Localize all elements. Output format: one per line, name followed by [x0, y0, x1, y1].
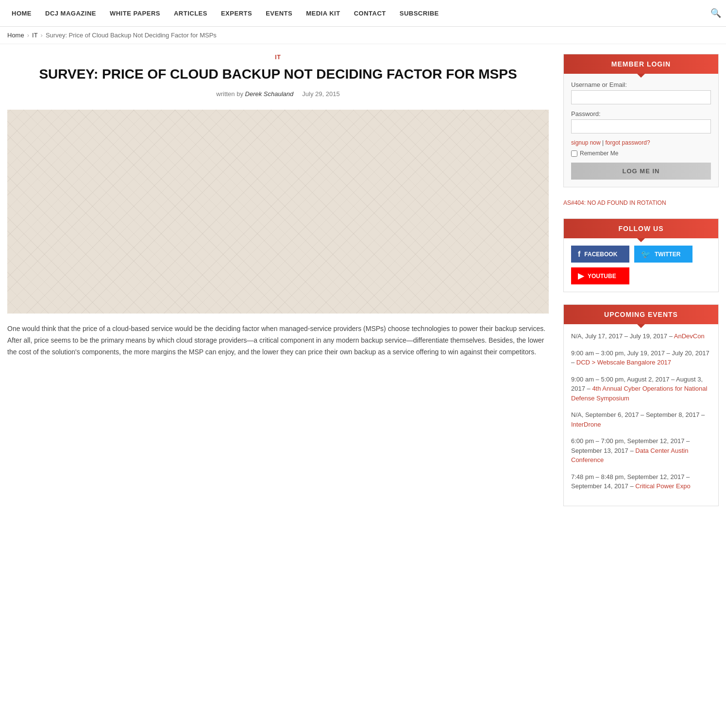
youtube-icon: ▶: [578, 271, 584, 281]
main-navigation: HOMEDCJ MAGAZINEWHITE PAPERSARTICLESEXPE…: [0, 0, 726, 27]
event-item: N/A, July 17, 2017 – July 19, 2017 – AnD…: [571, 331, 711, 341]
nav-item-experts[interactable]: EXPERTS: [214, 10, 259, 17]
event-time: N/A, July 17, 2017 – July 19, 2017 –: [571, 332, 674, 340]
article-image: [7, 110, 549, 314]
breadcrumb-sep-1: ›: [27, 32, 29, 39]
social-btn-twitter[interactable]: 🐦TWITTER: [634, 246, 692, 263]
breadcrumb-current: Survey: Price of Cloud Backup Not Decidi…: [46, 32, 217, 39]
nav-item-home[interactable]: HOME: [5, 10, 38, 17]
password-label: Password:: [571, 110, 711, 117]
form-links: signup now | forgot password?: [571, 139, 711, 146]
nav-item-subscribe[interactable]: SUBSCRIBE: [393, 10, 446, 17]
password-group: Password:: [571, 110, 711, 133]
event-link[interactable]: AnDevCon: [674, 332, 705, 340]
nav-item-media-kit[interactable]: MEDIA KIT: [299, 10, 347, 17]
meta-dash: [295, 90, 302, 98]
upcoming-events-header: UPCOMING EVENTS: [564, 305, 718, 324]
youtube-label: YOUTUBE: [588, 273, 616, 280]
remember-me-group: Remember Me: [571, 150, 711, 157]
article-date: July 29, 2015: [302, 90, 339, 98]
article-paragraph: One would think that the price of a clou…: [7, 323, 549, 358]
follow-us-body: fFACEBOOK🐦TWITTER▶YOUTUBE: [564, 238, 718, 292]
upcoming-events-box: UPCOMING EVENTS N/A, July 17, 2017 – Jul…: [563, 304, 719, 506]
social-btn-facebook[interactable]: fFACEBOOK: [571, 246, 629, 263]
member-login-header: MEMBER LOGIN: [564, 54, 718, 74]
event-link[interactable]: Critical Power Expo: [635, 482, 690, 490]
username-label: Username or Email:: [571, 81, 711, 88]
member-login-title: MEMBER LOGIN: [611, 60, 671, 68]
article-meta: written by Derek Schauland July 29, 2015: [7, 90, 549, 98]
search-icon[interactable]: 🔍: [710, 8, 721, 18]
sidebar: MEMBER LOGIN Username or Email: Password…: [563, 54, 719, 518]
breadcrumb: Home › IT › Survey: Price of Cloud Backu…: [0, 27, 726, 44]
article-category[interactable]: IT: [7, 54, 549, 61]
breadcrumb-home[interactable]: Home: [7, 32, 24, 39]
member-login-box: MEMBER LOGIN Username or Email: Password…: [563, 54, 719, 187]
ad-placeholder[interactable]: AS#404: NO AD FOUND IN ROTATION: [563, 199, 719, 206]
follow-us-box: FOLLOW US fFACEBOOK🐦TWITTER▶YOUTUBE: [563, 218, 719, 292]
upcoming-events-title: UPCOMING EVENTS: [604, 311, 678, 318]
nav-links: HOMEDCJ MAGAZINEWHITE PAPERSARTICLESEXPE…: [5, 10, 446, 17]
event-time: N/A, September 6, 2017 – September 8, 20…: [571, 411, 705, 418]
event-item: 9:00 am – 5:00 pm, August 2, 2017 – Augu…: [571, 375, 711, 403]
social-buttons: fFACEBOOK🐦TWITTER▶YOUTUBE: [571, 246, 711, 284]
nav-item-dcj-magazine[interactable]: DCJ MAGAZINE: [38, 10, 103, 17]
remember-me-label: Remember Me: [580, 150, 618, 157]
article-body: One would think that the price of a clou…: [7, 323, 549, 358]
twitter-label: TWITTER: [655, 251, 680, 258]
follow-us-header: FOLLOW US: [564, 219, 718, 238]
follow-us-title: FOLLOW US: [619, 225, 664, 232]
breadcrumb-it[interactable]: IT: [32, 32, 38, 39]
member-login-body: Username or Email: Password: signup now …: [564, 74, 718, 187]
nav-item-events[interactable]: EVENTS: [259, 10, 299, 17]
password-input[interactable]: [571, 119, 711, 133]
username-input[interactable]: [571, 90, 711, 104]
nav-item-white-papers[interactable]: WHITE PAPERS: [103, 10, 167, 17]
forgot-password-link[interactable]: forgot password?: [606, 139, 650, 146]
login-button[interactable]: LOG ME IN: [571, 163, 711, 180]
facebook-label: FACEBOOK: [584, 251, 617, 258]
facebook-icon: f: [578, 250, 580, 259]
event-link[interactable]: InterDrone: [571, 421, 601, 428]
event-item: 9:00 am – 3:00 pm, July 19, 2017 – July …: [571, 348, 711, 367]
event-item: 7:48 pm – 8:48 pm, September 12, 2017 – …: [571, 472, 711, 491]
event-item: 6:00 pm – 7:00 pm, September 12, 2017 – …: [571, 436, 711, 465]
social-btn-youtube[interactable]: ▶YOUTUBE: [571, 267, 629, 284]
page-layout: IT SURVEY: PRICE OF CLOUD BACKUP NOT DEC…: [0, 44, 726, 528]
event-link[interactable]: DCD > Webscale Bangalore 2017: [576, 359, 671, 366]
article-author[interactable]: Derek Schauland: [245, 90, 294, 98]
event-link[interactable]: 4th Annual Cyber Operations for National…: [571, 385, 707, 402]
twitter-icon: 🐦: [641, 249, 651, 259]
username-group: Username or Email:: [571, 81, 711, 104]
meta-prefix: written by: [216, 90, 243, 98]
upcoming-events-body: N/A, July 17, 2017 – July 19, 2017 – AnD…: [564, 324, 718, 506]
main-content: IT SURVEY: PRICE OF CLOUD BACKUP NOT DEC…: [7, 54, 549, 518]
remember-me-checkbox[interactable]: [571, 150, 577, 157]
breadcrumb-sep-2: ›: [41, 32, 43, 39]
article-title: SURVEY: PRICE OF CLOUD BACKUP NOT DECIDI…: [7, 66, 549, 83]
event-item: N/A, September 6, 2017 – September 8, 20…: [571, 410, 711, 429]
nav-item-articles[interactable]: ARTICLES: [167, 10, 214, 17]
nav-item-contact[interactable]: CONTACT: [347, 10, 393, 17]
signup-link[interactable]: signup now: [571, 139, 601, 146]
